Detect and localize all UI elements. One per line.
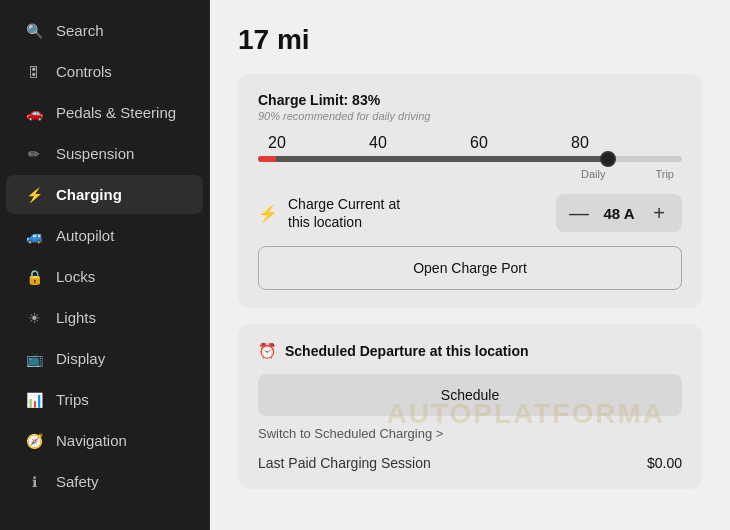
open-charge-port-button[interactable]: Open Charge Port xyxy=(258,246,682,290)
sidebar-label-display: Display xyxy=(56,350,105,367)
sidebar: 🔍 Search 🎛 Controls 🚗 Pedals & Steering … xyxy=(0,0,210,530)
slider-track xyxy=(258,156,682,162)
last-paid-row: Last Paid Charging Session $0.00 xyxy=(258,455,682,471)
slider-thumb[interactable] xyxy=(600,151,616,167)
sidebar-label-navigation: Navigation xyxy=(56,432,127,449)
locks-icon: 🔒 xyxy=(24,269,44,285)
charge-current-row: ⚡ Charge Current atthis location — 48 A … xyxy=(258,194,682,232)
tick-60: 60 xyxy=(470,134,488,152)
trips-icon: 📊 xyxy=(24,392,44,408)
suspension-icon: ✏ xyxy=(24,146,44,162)
sidebar-item-suspension[interactable]: ✏ Suspension xyxy=(6,134,203,173)
controls-icon: 🎛 xyxy=(24,64,44,80)
navigation-icon: 🧭 xyxy=(24,433,44,449)
section-title-row: ⏰ Scheduled Departure at this location xyxy=(258,342,682,360)
sidebar-item-controls[interactable]: 🎛 Controls xyxy=(6,52,203,91)
search-icon: 🔍 xyxy=(24,23,44,39)
charge-limit-sub: 90% recommended for daily driving xyxy=(258,110,682,122)
increase-button[interactable]: + xyxy=(644,198,674,228)
sidebar-item-display[interactable]: 📺 Display xyxy=(6,339,203,378)
sidebar-item-pedals[interactable]: 🚗 Pedals & Steering xyxy=(6,93,203,132)
safety-icon: ℹ xyxy=(24,474,44,490)
tick-20: 20 xyxy=(268,134,286,152)
charge-current-control: — 48 A + xyxy=(556,194,682,232)
sidebar-item-autopilot[interactable]: 🚙 Autopilot xyxy=(6,216,203,255)
charging-icon: ⚡ xyxy=(24,187,44,203)
sidebar-label-autopilot: Autopilot xyxy=(56,227,114,244)
last-paid-value: $0.00 xyxy=(647,455,682,471)
sidebar-item-locks[interactable]: 🔒 Locks xyxy=(6,257,203,296)
tick-80: 80 xyxy=(571,134,589,152)
sidebar-label-trips: Trips xyxy=(56,391,89,408)
daily-label: Daily xyxy=(581,168,605,180)
pedals-icon: 🚗 xyxy=(24,105,44,121)
clock-icon: ⏰ xyxy=(258,342,277,360)
sidebar-label-controls: Controls xyxy=(56,63,112,80)
sidebar-item-trips[interactable]: 📊 Trips xyxy=(6,380,203,419)
slider-container[interactable] xyxy=(258,156,682,162)
sidebar-item-lights[interactable]: ☀ Lights xyxy=(6,298,203,337)
lights-icon: ☀ xyxy=(24,310,44,326)
sidebar-item-safety[interactable]: ℹ Safety xyxy=(6,462,203,501)
display-icon: 📺 xyxy=(24,351,44,367)
charge-limit-card: Charge Limit: 83% 90% recommended for da… xyxy=(238,74,702,308)
current-value: 48 A xyxy=(594,205,644,222)
sidebar-item-navigation[interactable]: 🧭 Navigation xyxy=(6,421,203,460)
slider-labels: Daily Trip xyxy=(258,168,682,180)
charge-current-left: ⚡ Charge Current atthis location xyxy=(258,195,400,231)
switch-link[interactable]: Switch to Scheduled Charging > xyxy=(258,426,682,441)
sidebar-label-search: Search xyxy=(56,22,104,39)
sidebar-label-pedals: Pedals & Steering xyxy=(56,104,176,121)
sidebar-label-safety: Safety xyxy=(56,473,99,490)
decrease-button[interactable]: — xyxy=(564,198,594,228)
trip-label: Trip xyxy=(655,168,674,180)
schedule-button[interactable]: Schedule xyxy=(258,374,682,416)
scheduled-departure-label: Scheduled Departure at this location xyxy=(285,343,529,359)
sidebar-label-suspension: Suspension xyxy=(56,145,134,162)
page-title: 17 mi xyxy=(238,24,702,56)
tick-40: 40 xyxy=(369,134,387,152)
slider-fill-red xyxy=(258,156,276,162)
charge-limit-label: Charge Limit: 83% xyxy=(258,92,682,108)
last-paid-label: Last Paid Charging Session xyxy=(258,455,431,471)
sidebar-label-charging: Charging xyxy=(56,186,122,203)
sidebar-label-lights: Lights xyxy=(56,309,96,326)
autopilot-icon: 🚙 xyxy=(24,228,44,244)
sidebar-label-locks: Locks xyxy=(56,268,95,285)
charge-current-icon: ⚡ xyxy=(258,204,278,223)
slider-fill-dark xyxy=(276,156,610,162)
sidebar-item-search[interactable]: 🔍 Search xyxy=(6,11,203,50)
sidebar-item-charging[interactable]: ⚡ Charging xyxy=(6,175,203,214)
main-content: 17 mi Charge Limit: 83% 90% recommended … xyxy=(210,0,730,530)
scheduled-departure-card: ⏰ Scheduled Departure at this location S… xyxy=(238,324,702,489)
charge-current-label: Charge Current atthis location xyxy=(288,195,400,231)
